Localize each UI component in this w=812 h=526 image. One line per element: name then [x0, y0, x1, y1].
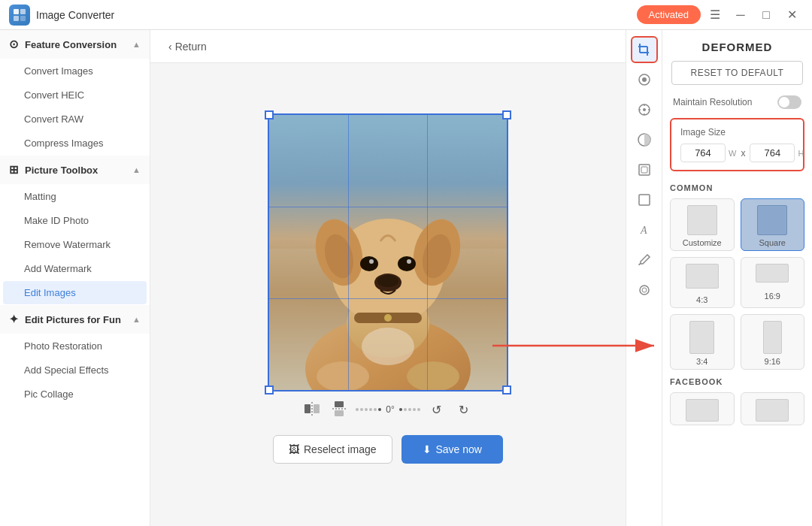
flip-horizontal-button[interactable] — [301, 399, 323, 420]
svg-rect-27 — [335, 401, 344, 407]
svg-point-23 — [362, 328, 414, 365]
width-input[interactable] — [680, 144, 726, 162]
sidebar-section-edit-pictures[interactable]: ✦ Edit Pictures for Fun ▲ — [0, 305, 150, 334]
tool-text-button[interactable]: A — [631, 216, 658, 243]
tool-erase-button[interactable] — [631, 277, 658, 304]
presets-grid: Customize Square 4:3 16:9 — [670, 198, 804, 370]
preset-3-4[interactable]: 3:4 — [670, 314, 735, 370]
size-inputs: W x H — [680, 144, 794, 162]
rotate-left-button[interactable]: ↺ — [426, 399, 447, 420]
close-button[interactable]: ✕ — [780, 4, 803, 26]
content-main: ‹ Return — [150, 30, 812, 526]
sidebar-item-convert-heic[interactable]: Convert HEIC — [3, 83, 147, 107]
facebook-presets-grid — [670, 392, 804, 425]
image-size-label: Image Size — [680, 127, 794, 138]
bottom-toolbar: 0° ↺ ↻ — [301, 391, 474, 428]
preset-4-3[interactable]: 4:3 — [670, 257, 735, 308]
action-buttons: 🖼 Reselect image ⬇ Save now — [273, 428, 503, 476]
picture-toolbox-chevron: ▲ — [132, 165, 141, 174]
tool-adjust-button[interactable] — [631, 96, 658, 123]
return-label: Return — [175, 41, 207, 53]
image-container — [268, 113, 508, 391]
preset-label-16-9: 16:9 — [765, 292, 780, 301]
angle-slider[interactable]: 0° — [356, 404, 420, 415]
sidebar-section-picture-toolbox[interactable]: ⊞ Picture Toolbox ▲ — [0, 156, 150, 184]
content-toolbar: ‹ Return — [150, 30, 626, 63]
preset-fb-1[interactable] — [670, 392, 735, 425]
height-input[interactable] — [750, 144, 795, 162]
preset-thumb-16-9 — [756, 264, 789, 283]
maximize-button[interactable]: □ — [755, 4, 777, 26]
sidebar-item-add-special-effects[interactable]: Add Special Effects — [3, 358, 147, 382]
feature-conversion-label: Feature Conversion — [25, 39, 117, 50]
preset-customize[interactable]: Customize — [670, 198, 735, 251]
maintain-resolution-toggle[interactable] — [777, 95, 801, 109]
sidebar-item-add-watermark[interactable]: Add Watermark — [3, 257, 147, 280]
tool-icons-panel: A — [626, 30, 662, 526]
reset-default-button[interactable]: RESET TO DEFAULT — [671, 61, 803, 85]
sidebar-item-matting[interactable]: Matting — [3, 185, 147, 208]
tool-border-button[interactable] — [631, 186, 658, 213]
preset-thumb-4-3 — [686, 264, 719, 289]
return-arrow-icon: ‹ — [168, 41, 172, 53]
sidebar-item-make-id-photo[interactable]: Make ID Photo — [3, 209, 147, 232]
sidebar-item-convert-images[interactable]: Convert Images — [3, 59, 147, 83]
svg-point-16 — [398, 256, 416, 271]
sidebar-item-pic-collage[interactable]: Pic Collage — [3, 382, 147, 406]
preset-label-9-16: 9:16 — [765, 357, 780, 366]
svg-point-35 — [642, 77, 647, 82]
svg-rect-40 — [639, 195, 650, 205]
return-button[interactable]: ‹ Return — [162, 38, 213, 56]
maintain-resolution-row: Maintain Resolution — [662, 92, 812, 118]
tool-paint-button[interactable] — [631, 246, 658, 274]
preset-label-3-4: 3:4 — [696, 357, 707, 366]
preset-square[interactable]: Square — [741, 198, 805, 251]
svg-rect-38 — [639, 165, 650, 175]
svg-point-22 — [384, 314, 392, 322]
sidebar-item-edit-images[interactable]: Edit Images — [3, 281, 147, 304]
sidebar-section-feature-conversion[interactable]: ⊙ Feature Conversion ▲ — [0, 30, 150, 59]
flip-vertical-button[interactable] — [329, 399, 350, 420]
tool-crop-button[interactable] — [631, 36, 658, 63]
save-button[interactable]: ⬇ Save now — [401, 435, 503, 464]
save-label: Save now — [436, 443, 482, 455]
sidebar: ⊙ Feature Conversion ▲ Convert Images Co… — [0, 30, 150, 526]
svg-point-18 — [407, 259, 411, 264]
feature-conversion-chevron: ▲ — [132, 40, 141, 49]
sidebar-item-convert-raw[interactable]: Convert RAW — [3, 107, 147, 131]
svg-rect-39 — [641, 167, 647, 173]
svg-rect-2 — [14, 16, 19, 21]
activated-button[interactable]: Activated — [637, 5, 701, 24]
reselect-button[interactable]: 🖼 Reselect image — [273, 435, 392, 464]
rotate-right-button[interactable]: ↻ — [453, 399, 474, 420]
tool-frame-button[interactable] — [631, 156, 658, 183]
picture-toolbox-icon: ⊞ — [9, 163, 19, 177]
preset-16-9[interactable]: 16:9 — [741, 257, 805, 308]
settings-panel: DEFORMED RESET TO DEFAULT Maintain Resol… — [662, 30, 812, 526]
tool-color-button[interactable] — [631, 66, 658, 93]
preset-label-4-3: 4:3 — [696, 295, 707, 304]
svg-point-42 — [640, 286, 649, 295]
reselect-icon: 🖼 — [289, 443, 299, 455]
svg-rect-24 — [304, 404, 311, 413]
menu-button[interactable]: ☰ — [704, 4, 726, 26]
sidebar-item-compress-images[interactable]: Compress Images — [3, 132, 147, 155]
svg-rect-3 — [20, 16, 26, 21]
tool-filter-button[interactable] — [631, 126, 658, 153]
preset-label-square: Square — [759, 238, 786, 247]
sidebar-item-photo-restoration[interactable]: Photo Restoration — [3, 334, 147, 358]
svg-point-8 — [407, 361, 459, 391]
content-area: ‹ Return — [150, 30, 626, 526]
editor-area: 0° ↺ ↻ 🖼 Reselect image — [150, 63, 626, 526]
preset-9-16[interactable]: 9:16 — [741, 314, 805, 370]
settings-title: DEFORMED — [662, 30, 812, 61]
preset-fb-2[interactable] — [741, 392, 805, 425]
image-size-section: Image Size W x H — [670, 118, 804, 171]
minimize-button[interactable]: ─ — [729, 4, 752, 26]
svg-text:A: A — [640, 225, 647, 236]
feature-conversion-icon: ⊙ — [9, 38, 19, 51]
puppy-svg — [268, 113, 508, 391]
save-icon: ⬇ — [423, 443, 432, 455]
title-bar: Image Converter Activated ☰ ─ □ ✕ — [0, 0, 812, 30]
sidebar-item-remove-watermark[interactable]: Remove Watermark — [3, 233, 147, 256]
